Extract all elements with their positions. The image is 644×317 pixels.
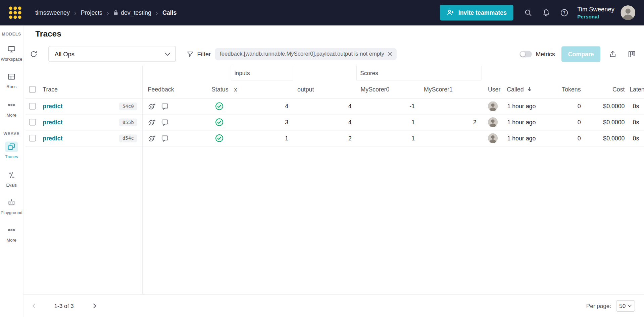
chevron-down-icon (628, 305, 632, 307)
call-id-chip[interactable]: 54c0 (119, 102, 137, 110)
select-all-checkbox[interactable] (29, 86, 36, 92)
breadcrumb-project-label[interactable]: dev_testing (121, 9, 151, 16)
comment-icon[interactable] (161, 118, 169, 126)
help-button[interactable]: ? (555, 4, 573, 22)
column-header-trace[interactable]: Trace (39, 80, 142, 98)
notifications-button[interactable] (537, 4, 555, 22)
sidebar-item-more-models[interactable]: More (5, 100, 18, 117)
columns-icon (628, 50, 636, 58)
sidebar-item-evals[interactable]: Evals (5, 170, 18, 188)
group-header-inputs: inputs (231, 66, 293, 80)
sort-desc-icon[interactable] (527, 86, 533, 92)
prev-page-button[interactable] (29, 300, 40, 311)
user-scope: Personal (577, 13, 614, 20)
breadcrumb-separator: › (156, 9, 158, 16)
breadcrumb-separator: › (74, 9, 76, 16)
toggle-knob (521, 52, 526, 57)
op-filter-select[interactable]: All Ops (48, 46, 176, 62)
op-link[interactable]: predict (43, 103, 62, 110)
sidebar-item-traces[interactable]: Traces (5, 141, 18, 159)
next-page-button[interactable] (89, 300, 100, 311)
per-page-label: Per page: (586, 303, 611, 309)
column-header-latency[interactable]: Latency (627, 80, 644, 98)
table-row[interactable]: predict 055b 3 4 1 2 1 hour ago 0 $0.000… (26, 114, 644, 130)
page-title: Traces (35, 29, 61, 39)
breadcrumb-project[interactable]: dev_testing (113, 9, 151, 16)
user-menu[interactable]: Tim Sweeney Personal (577, 5, 614, 20)
status-success-icon (215, 134, 223, 142)
status-success-icon (215, 118, 223, 126)
breadcrumb-entity[interactable]: timssweeney (35, 9, 70, 16)
column-header-x[interactable]: x (231, 80, 293, 98)
op-link[interactable]: predict (43, 135, 62, 142)
breadcrumb-separator: › (107, 9, 109, 16)
row-checkbox[interactable] (29, 119, 36, 126)
export-icon (609, 50, 617, 58)
sidebar-item-workspace[interactable]: Workspace (1, 44, 22, 62)
runs-icon (5, 71, 18, 82)
evals-icon (5, 170, 18, 181)
column-header-scorer1[interactable]: MyScorer1 (420, 80, 482, 98)
column-header-status[interactable]: Status (207, 80, 231, 98)
column-header-output[interactable]: output (293, 80, 356, 98)
sidebar-item-label: Traces (5, 154, 18, 159)
chevron-left-icon (31, 303, 38, 309)
compare-button[interactable]: Compare (561, 46, 600, 62)
invite-teammates-label: Invite teammates (458, 9, 507, 16)
add-reaction-icon[interactable] (148, 134, 156, 142)
op-filter-value: All Ops (55, 51, 75, 58)
comment-icon[interactable] (161, 134, 169, 142)
table-row[interactable]: predict d54c 1 2 1 1 hour ago 0 $0.0000 … (26, 130, 644, 146)
scorer0-value: 1 (356, 130, 419, 146)
traces-icon (5, 141, 18, 152)
add-reaction-icon[interactable] (148, 118, 156, 126)
table-header-row: Trace Feedback Status x output MyScorer0… (26, 80, 644, 99)
add-reaction-icon[interactable] (148, 102, 156, 110)
refresh-button[interactable] (27, 47, 40, 60)
row-checkbox[interactable] (29, 135, 36, 142)
sidebar-item-label: Playground (1, 210, 22, 215)
breadcrumb-current: Calls (162, 9, 177, 16)
per-page-value: 50 (619, 303, 626, 309)
breadcrumb-projects[interactable]: Projects (81, 9, 102, 16)
user-avatar[interactable] (621, 5, 635, 20)
tokens-value: 0 (546, 99, 583, 114)
cost-value: $0.0000 (583, 99, 627, 114)
latency-value: 0s (627, 130, 644, 146)
row-user-avatar (488, 133, 498, 143)
lock-icon (113, 10, 118, 15)
breadcrumb: timssweeney › Projects › dev_testing › C… (35, 9, 177, 16)
svg-text:?: ? (563, 10, 565, 15)
metrics-toggle[interactable] (520, 51, 532, 57)
sidebar-item-playground[interactable]: Playground (1, 197, 22, 215)
table-row[interactable]: predict 54c0 4 4 -1 1 hour ago 0 $0.0000… (26, 99, 644, 115)
column-settings-button[interactable] (624, 47, 639, 61)
workspace-icon (5, 44, 18, 55)
column-header-user[interactable]: User (481, 80, 504, 98)
called-value: 1 hour ago (504, 114, 546, 130)
per-page-select[interactable]: 50 (616, 300, 635, 311)
sidebar-item-more-weave[interactable]: More (5, 225, 18, 243)
x-value: 4 (231, 99, 293, 114)
call-id-chip[interactable]: d54c (119, 134, 137, 142)
invite-user-icon (446, 9, 454, 17)
sidebar-item-runs[interactable]: Runs (5, 71, 18, 89)
remove-filter-icon[interactable] (388, 51, 393, 57)
wandb-logo[interactable] (9, 7, 21, 19)
call-id-chip[interactable]: 055b (119, 118, 137, 126)
column-header-called[interactable]: Called (504, 80, 546, 98)
op-link[interactable]: predict (43, 119, 62, 126)
search-button[interactable] (519, 4, 537, 22)
invite-teammates-button[interactable]: Invite teammates (440, 5, 513, 21)
comment-icon[interactable] (161, 102, 169, 110)
column-header-cost[interactable]: Cost (583, 80, 627, 98)
row-checkbox[interactable] (29, 103, 36, 110)
filter-chip[interactable]: feedback.[wandb.runnable.MyScorer0].payl… (215, 48, 397, 60)
column-header-feedback[interactable]: Feedback (142, 80, 207, 98)
column-header-tokens[interactable]: Tokens (546, 80, 583, 98)
calls-table: inputs Scores Trace Feedback Status x ou… (26, 66, 644, 146)
column-header-scorer0[interactable]: MyScorer0 (356, 80, 419, 98)
export-button[interactable] (605, 47, 620, 61)
weave-traces-page: timssweeney › Projects › dev_testing › C… (0, 0, 644, 317)
filter-label: Filter (197, 51, 211, 58)
